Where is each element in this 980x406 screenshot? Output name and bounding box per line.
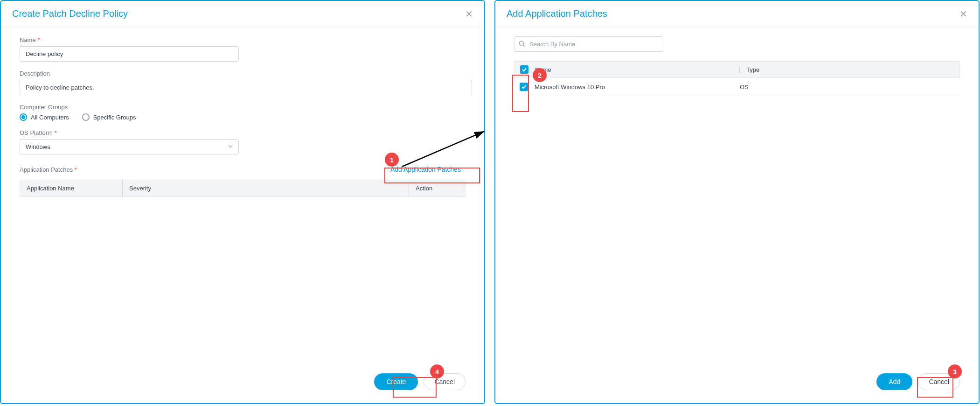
search-icon [519,40,525,48]
dialog-footer: Add Cancel [495,364,979,403]
row-name: Microsoft Windows 10 Pro [535,84,733,91]
table-row[interactable]: Microsoft Windows 10 Pro OS [514,78,960,96]
create-button[interactable]: Create [374,373,418,390]
cancel-button[interactable]: Cancel [424,373,466,390]
add-application-patches-link[interactable]: Add Application Patches [386,163,466,176]
row-checkbox[interactable] [520,83,528,91]
name-label: Name [20,36,466,43]
add-application-patches-dialog: Add Application Patches ✕ Name Type Micr… [494,0,980,404]
search-wrap [514,36,663,52]
name-input[interactable] [20,46,239,62]
dialog-title: Add Application Patches [507,8,607,19]
search-input[interactable] [514,36,663,52]
dialog-title: Create Patch Decline Policy [12,8,128,19]
create-patch-decline-policy-dialog: Create Patch Decline Policy ✕ Name Descr… [0,0,485,404]
radio-icon [82,113,90,121]
column-application-name: Application Name [20,180,123,196]
add-button[interactable]: Add [876,373,912,390]
os-platform-value: Windows [20,139,239,154]
close-icon[interactable]: ✕ [959,9,967,19]
os-platform-label: OS Platform [20,129,466,136]
column-name: Name [535,66,733,73]
computer-groups-label: Computer Groups [20,104,466,111]
application-patches-group: Application Patches Add Application Patc… [20,163,466,197]
select-all-checkbox[interactable] [520,65,528,74]
close-icon[interactable]: ✕ [465,9,473,19]
annotation-callout-4: 4 [430,364,444,378]
os-platform-select[interactable]: Windows [20,139,239,154]
description-input[interactable] [20,80,472,95]
dialog-header: Add Application Patches ✕ [495,1,979,27]
svg-point-1 [520,41,524,45]
description-label: Description [20,70,466,77]
radio-icon [20,113,27,121]
annotation-callout-3: 3 [948,364,962,378]
computer-groups-group: Computer Groups All Computers Specific G… [20,104,466,121]
dialog-header: Create Patch Decline Policy ✕ [1,1,484,27]
name-field-group: Name [20,36,466,62]
annotation-callout-2: 2 [533,68,547,82]
column-type: Type [739,66,954,73]
radio-specific-groups-label: Specific Groups [93,114,136,121]
dialog-footer: Create Cancel [1,364,484,403]
application-patches-table-header: Application Name Severity Action [20,180,466,197]
radio-all-computers[interactable]: All Computers [20,113,69,121]
radio-specific-groups[interactable]: Specific Groups [82,113,136,121]
svg-line-2 [523,45,525,47]
description-field-group: Description [20,70,466,95]
radio-all-computers-label: All Computers [31,114,69,121]
application-patches-header-row: Application Patches Add Application Patc… [20,163,466,176]
dialog-body: Name Description Computer Groups All Com… [1,27,484,364]
column-severity: Severity [123,180,409,196]
application-patches-label: Application Patches [20,166,77,173]
computer-groups-radios: All Computers Specific Groups [20,113,466,121]
row-type: OS [740,84,954,91]
dialog-body: Name Type Microsoft Windows 10 Pro OS [495,27,979,364]
column-action: Action [409,180,465,196]
annotation-callout-1: 1 [385,153,399,167]
patches-table-header: Name Type [514,61,960,78]
os-platform-group: OS Platform Windows [20,129,466,154]
